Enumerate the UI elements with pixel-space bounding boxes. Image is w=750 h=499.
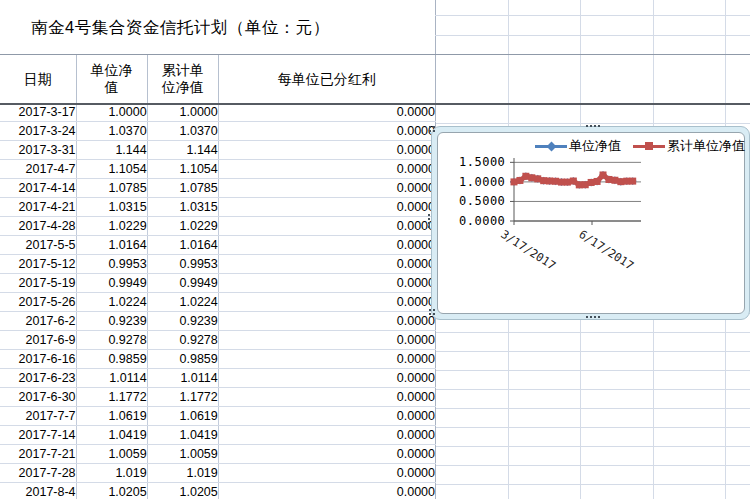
unit-nav-cell[interactable]: 1.0164: [76, 236, 147, 255]
unit-nav-cell[interactable]: 1.1772: [76, 388, 147, 407]
table-row: 2017-4-141.07851.07850.0000: [0, 179, 436, 198]
unit-nav-cell[interactable]: 1.0224: [76, 293, 147, 312]
dividend-cell[interactable]: 0.0000: [218, 103, 435, 122]
unit-nav-cell[interactable]: 1.0229: [76, 217, 147, 236]
date-cell[interactable]: 2017-6-2: [0, 312, 76, 331]
sheet-title-cell[interactable]: 南金4号集合资金信托计划（单位：元）: [0, 0, 435, 55]
dividend-cell[interactable]: 0.0000: [218, 388, 435, 407]
dividend-cell[interactable]: 0.0000: [218, 236, 435, 255]
cumulative-nav-cell[interactable]: 1.0315: [147, 198, 218, 217]
table-row: 2017-6-231.01141.01140.0000: [0, 369, 436, 388]
date-cell[interactable]: 2017-4-7: [0, 160, 76, 179]
date-cell[interactable]: 2017-7-28: [0, 464, 76, 483]
cumulative-nav-cell[interactable]: 1.019: [147, 464, 218, 483]
unit-nav-cell[interactable]: 1.0059: [76, 445, 147, 464]
cumulative-nav-cell[interactable]: 0.9953: [147, 255, 218, 274]
table-row: 2017-7-141.04191.04190.0000: [0, 426, 436, 445]
cumulative-nav-cell[interactable]: 0.9859: [147, 350, 218, 369]
column-header[interactable]: 每单位已分红利: [218, 55, 435, 103]
dividend-cell[interactable]: 0.0000: [218, 217, 435, 236]
unit-nav-cell[interactable]: 0.9278: [76, 331, 147, 350]
cumulative-nav-cell[interactable]: 1.1054: [147, 160, 218, 179]
date-cell[interactable]: 2017-5-5: [0, 236, 76, 255]
dividend-cell[interactable]: 0.0000: [218, 198, 435, 217]
cumulative-nav-cell[interactable]: 0.9239: [147, 312, 218, 331]
cumulative-nav-cell[interactable]: 1.144: [147, 141, 218, 160]
dividend-cell[interactable]: 0.0000: [218, 350, 435, 369]
table-row: 2017-5-120.99530.99530.0000: [0, 255, 436, 274]
dividend-cell[interactable]: 0.0000: [218, 274, 435, 293]
cumulative-nav-cell[interactable]: 1.0224: [147, 293, 218, 312]
dividend-cell[interactable]: 0.0000: [218, 255, 435, 274]
date-cell[interactable]: 2017-6-23: [0, 369, 76, 388]
unit-nav-cell[interactable]: 0.9239: [76, 312, 147, 331]
cumulative-nav-cell[interactable]: 1.0229: [147, 217, 218, 236]
date-cell[interactable]: 2017-3-17: [0, 103, 76, 122]
unit-nav-cell[interactable]: 1.0114: [76, 369, 147, 388]
dividend-cell[interactable]: 0.0000: [218, 483, 435, 499]
date-cell[interactable]: 2017-8-4: [0, 483, 76, 499]
unit-nav-cell[interactable]: 1.019: [76, 464, 147, 483]
date-cell[interactable]: 2017-3-24: [0, 122, 76, 141]
unit-nav-cell[interactable]: 0.9949: [76, 274, 147, 293]
cumulative-nav-cell[interactable]: 1.0059: [147, 445, 218, 464]
date-cell[interactable]: 2017-6-9: [0, 331, 76, 350]
date-cell[interactable]: 2017-3-31: [0, 141, 76, 160]
legend-item[interactable]: 累计单位净值: [633, 137, 745, 155]
unit-nav-cell[interactable]: 1.0000: [76, 103, 147, 122]
date-cell[interactable]: 2017-5-12: [0, 255, 76, 274]
dividend-cell[interactable]: 0.0000: [218, 293, 435, 312]
nav-line-chart[interactable]: 单位净值累计单位净值 1.50001.00000.50000.00003/17/…: [437, 132, 745, 314]
cumulative-nav-cell[interactable]: 1.1772: [147, 388, 218, 407]
row-gridline: [435, 123, 750, 124]
unit-nav-cell[interactable]: 0.9953: [76, 255, 147, 274]
date-cell[interactable]: 2017-4-21: [0, 198, 76, 217]
column-header[interactable]: 单位净值: [76, 55, 147, 103]
unit-nav-cell[interactable]: 1.0370: [76, 122, 147, 141]
cumulative-nav-cell[interactable]: 1.0164: [147, 236, 218, 255]
table-top-border: [0, 54, 750, 55]
unit-nav-cell[interactable]: 1.144: [76, 141, 147, 160]
dividend-cell[interactable]: 0.0000: [218, 331, 435, 350]
legend-item[interactable]: 单位净值: [535, 137, 621, 155]
cumulative-nav-cell[interactable]: 0.9278: [147, 331, 218, 350]
unit-nav-cell[interactable]: 1.0205: [76, 483, 147, 499]
dividend-cell[interactable]: 0.0000: [218, 369, 435, 388]
column-header[interactable]: 日期: [0, 55, 76, 103]
dividend-cell[interactable]: 0.0000: [218, 464, 435, 483]
cumulative-nav-cell[interactable]: 1.0785: [147, 179, 218, 198]
unit-nav-cell[interactable]: 1.0315: [76, 198, 147, 217]
dividend-cell[interactable]: 0.0000: [218, 122, 435, 141]
column-header[interactable]: 累计单位净值: [147, 55, 218, 103]
cumulative-nav-cell[interactable]: 1.0205: [147, 483, 218, 499]
dividend-cell[interactable]: 0.0000: [218, 445, 435, 464]
date-cell[interactable]: 2017-4-28: [0, 217, 76, 236]
dividend-cell[interactable]: 0.0000: [218, 160, 435, 179]
table-row: 2017-5-261.02241.02240.0000: [0, 293, 436, 312]
cumulative-nav-cell[interactable]: 1.0619: [147, 407, 218, 426]
cumulative-nav-cell[interactable]: 1.0114: [147, 369, 218, 388]
unit-nav-cell[interactable]: 1.0419: [76, 426, 147, 445]
cumulative-nav-cell[interactable]: 1.0419: [147, 426, 218, 445]
cumulative-nav-cell[interactable]: 1.0370: [147, 122, 218, 141]
cumulative-nav-cell[interactable]: 0.9949: [147, 274, 218, 293]
unit-nav-cell[interactable]: 0.9859: [76, 350, 147, 369]
date-cell[interactable]: 2017-6-30: [0, 388, 76, 407]
unit-nav-cell[interactable]: 1.0619: [76, 407, 147, 426]
date-cell[interactable]: 2017-5-19: [0, 274, 76, 293]
table-row: 2017-3-171.00001.00000.0000: [0, 103, 436, 122]
dividend-cell[interactable]: 0.0000: [218, 141, 435, 160]
dividend-cell[interactable]: 0.0000: [218, 312, 435, 331]
date-cell[interactable]: 2017-5-26: [0, 293, 76, 312]
dividend-cell[interactable]: 0.0000: [218, 407, 435, 426]
date-cell[interactable]: 2017-7-21: [0, 445, 76, 464]
date-cell[interactable]: 2017-7-7: [0, 407, 76, 426]
dividend-cell[interactable]: 0.0000: [218, 179, 435, 198]
unit-nav-cell[interactable]: 1.1054: [76, 160, 147, 179]
unit-nav-cell[interactable]: 1.0785: [76, 179, 147, 198]
date-cell[interactable]: 2017-7-14: [0, 426, 76, 445]
dividend-cell[interactable]: 0.0000: [218, 426, 435, 445]
cumulative-nav-cell[interactable]: 1.0000: [147, 103, 218, 122]
date-cell[interactable]: 2017-4-14: [0, 179, 76, 198]
date-cell[interactable]: 2017-6-16: [0, 350, 76, 369]
